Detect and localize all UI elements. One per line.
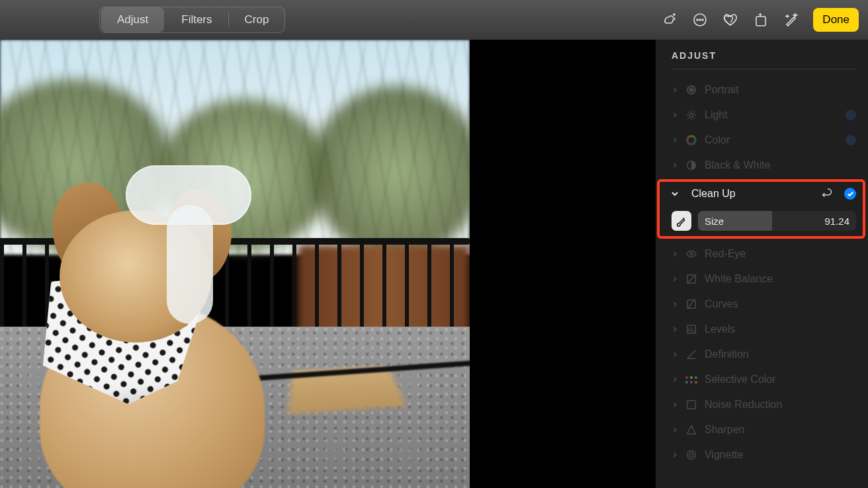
chevron-right-icon (672, 251, 678, 257)
brush-tool-button[interactable] (672, 211, 691, 231)
chevron-right-icon (672, 327, 678, 332)
adjust-row-white-balance[interactable]: White Balance (672, 266, 856, 292)
cleanup-label: Clean Up (691, 188, 736, 200)
vignette-icon (685, 448, 698, 462)
cleanup-brush-overlay (126, 165, 251, 317)
photo-content (0, 40, 470, 488)
black-white-icon (685, 159, 698, 172)
rotate-icon[interactable] (752, 11, 769, 28)
chevron-right-icon (672, 163, 678, 168)
svg-point-16 (689, 403, 690, 403)
chevron-right-icon (672, 377, 678, 382)
chevron-right-icon (672, 276, 678, 282)
svg-point-20 (687, 451, 696, 460)
sharpen-icon (685, 423, 698, 436)
pet-tag-icon[interactable] (661, 11, 678, 28)
undo-icon[interactable] (822, 188, 834, 200)
tab-adjust[interactable]: Adjust (101, 7, 164, 32)
tab-filters-label: Filters (181, 13, 212, 26)
more-options-icon[interactable] (691, 11, 709, 28)
adjust-row-label: Curves (705, 298, 738, 310)
svg-point-19 (693, 407, 694, 407)
adjustments-list: Portrait Light Color Black & White (672, 77, 856, 468)
adjust-panel: ADJUST Portrait Light Color (655, 40, 868, 488)
adjust-row-black-white[interactable]: Black & White (672, 153, 856, 178)
adjust-row-portrait[interactable]: Portrait (672, 77, 856, 102)
adjust-row-levels[interactable]: Levels (672, 317, 856, 342)
adjust-row-label: Black & White (705, 159, 771, 171)
svg-point-2 (699, 19, 701, 20)
adjust-row-label: Portrait (705, 84, 739, 96)
adjust-row-label: Light (705, 109, 728, 121)
svg-point-3 (702, 19, 703, 20)
white-balance-icon (685, 272, 698, 286)
color-ring-icon (685, 134, 698, 147)
applied-indicator-icon (846, 110, 856, 120)
svg-point-1 (697, 19, 698, 20)
chevron-right-icon (672, 112, 678, 118)
tab-adjust-label: Adjust (117, 13, 148, 26)
panel-divider (672, 69, 856, 69)
adjust-row-label: Color (705, 134, 730, 146)
toolbar-right-group: Done (661, 8, 859, 32)
adjust-row-color[interactable]: Color (672, 128, 856, 153)
tab-filters[interactable]: Filters (165, 7, 228, 32)
chevron-down-icon (672, 188, 678, 200)
selective-color-icon (685, 373, 698, 386)
adjust-row-light[interactable]: Light (672, 102, 856, 128)
enabled-check-icon[interactable] (844, 188, 856, 200)
svg-point-17 (692, 403, 693, 404)
adjust-row-sharpen[interactable]: Sharpen (672, 417, 856, 442)
curves-icon (685, 298, 698, 311)
top-toolbar: Adjust Filters Crop Done (0, 0, 868, 40)
cleanup-controls: Size 91.24 (672, 211, 856, 231)
chevron-right-icon (672, 138, 678, 143)
panel-title: ADJUST (672, 50, 856, 61)
adjust-row-label: Vignette (705, 449, 743, 461)
definition-icon (685, 348, 698, 361)
applied-indicator-icon (846, 135, 856, 145)
light-sun-icon (685, 108, 698, 122)
cleanup-header[interactable]: Clean Up (672, 183, 856, 204)
adjust-row-noise-reduction[interactable]: Noise Reduction (672, 392, 856, 417)
adjust-row-vignette[interactable]: Vignette (672, 442, 856, 468)
svg-point-21 (689, 453, 693, 456)
edit-mode-segmented: Adjust Filters Crop (99, 7, 285, 33)
tab-crop-label: Crop (245, 13, 269, 26)
adjust-row-label: Sharpen (705, 424, 745, 436)
favorite-heart-icon[interactable] (722, 11, 739, 28)
adjust-row-label: White Balance (705, 273, 773, 285)
adjust-row-label: Definition (705, 348, 749, 360)
svg-point-6 (689, 113, 693, 116)
adjust-row-red-eye[interactable]: Red-Eye (672, 241, 856, 266)
eye-icon (685, 247, 698, 261)
chevron-right-icon (672, 402, 678, 407)
tab-crop[interactable]: Crop (229, 7, 285, 32)
adjust-row-curves[interactable]: Curves (672, 292, 856, 317)
done-button[interactable]: Done (813, 8, 859, 32)
chevron-right-icon (672, 302, 678, 307)
auto-enhance-icon[interactable] (783, 11, 800, 28)
adjust-row-label: Selective Color (705, 374, 776, 386)
adjust-row-definition[interactable]: Definition (672, 342, 856, 367)
done-button-label: Done (822, 13, 849, 26)
adjust-row-cleanup-expanded: Clean Up Size 91.24 (657, 179, 865, 239)
chevron-right-icon (672, 452, 678, 458)
levels-icon (685, 323, 698, 336)
svg-rect-15 (687, 401, 696, 409)
svg-rect-4 (756, 17, 765, 26)
size-slider-label: Size (705, 216, 724, 227)
size-slider[interactable]: Size 91.24 (698, 211, 856, 231)
chevron-right-icon (672, 87, 678, 93)
size-slider-value: 91.24 (824, 216, 849, 227)
adjust-row-label: Noise Reduction (705, 399, 782, 411)
noise-reduction-icon (685, 398, 698, 411)
portrait-aperture-icon (685, 83, 698, 97)
adjust-row-selective-color[interactable]: Selective Color (672, 367, 856, 392)
chevron-right-icon (672, 352, 678, 357)
svg-point-11 (690, 253, 693, 255)
adjust-row-label: Red-Eye (705, 248, 746, 260)
chevron-right-icon (672, 427, 678, 432)
photo-canvas[interactable] (0, 40, 470, 488)
svg-point-18 (690, 406, 691, 407)
